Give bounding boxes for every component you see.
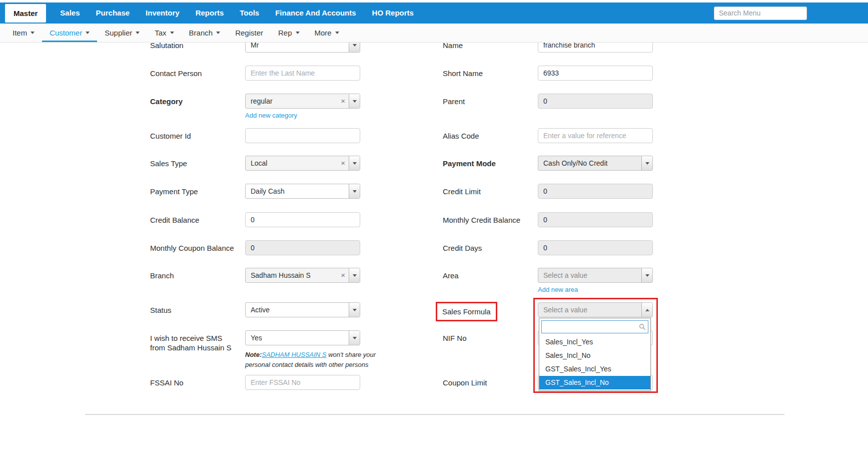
branch-name-emphasis: SADHAM HUSSAIN S bbox=[262, 351, 326, 358]
search-menu-input[interactable] bbox=[714, 7, 807, 20]
dropdown-toggle-button[interactable] bbox=[349, 303, 360, 317]
add-new-category-link[interactable]: Add new category bbox=[245, 112, 297, 119]
sub-nav-item-branch[interactable]: Branch bbox=[182, 24, 228, 42]
dropdown-toggle-button[interactable] bbox=[641, 156, 652, 170]
sales-formula-select[interactable]: Select a value bbox=[538, 302, 653, 317]
coupon-limit-label: Coupon Limit bbox=[443, 378, 487, 387]
field-control-cell bbox=[245, 65, 360, 81]
sales-formula-select-value: Select a value bbox=[538, 306, 641, 314]
section-divider bbox=[85, 414, 784, 415]
sub-nav-item-label: Supplier bbox=[105, 29, 132, 37]
clear-selection-icon[interactable]: × bbox=[337, 156, 349, 170]
top-nav-item-purchase[interactable]: Purchase bbox=[88, 3, 138, 24]
top-nav-item-sales[interactable]: Sales bbox=[52, 3, 88, 24]
sales-type-label: Sales Type bbox=[150, 159, 187, 168]
payment-type-select[interactable]: Daily Cash bbox=[245, 184, 360, 199]
search-icon bbox=[639, 323, 646, 330]
sub-nav-item-supplier[interactable]: Supplier bbox=[97, 24, 147, 42]
field-label-cell: Sales Type bbox=[150, 155, 245, 168]
alias-code-input[interactable] bbox=[538, 128, 653, 143]
field-label-cell: Category bbox=[150, 93, 245, 106]
status-select[interactable]: Active bbox=[245, 302, 360, 317]
top-nav-item-tools[interactable]: Tools bbox=[232, 3, 267, 24]
sales-type-select[interactable]: Local× bbox=[245, 156, 360, 171]
dropdown-option-sales-incl-no[interactable]: Sales_Incl_No bbox=[539, 349, 650, 362]
caret-down-icon bbox=[645, 162, 649, 165]
branch-label: Branch bbox=[150, 271, 174, 280]
sub-nav-item-label: Branch bbox=[189, 29, 213, 37]
top-nav-item-master[interactable]: Master bbox=[5, 4, 46, 23]
dropdown-toggle-button[interactable] bbox=[349, 184, 360, 198]
field-label-cell: Status bbox=[150, 301, 245, 315]
sub-nav-item-item[interactable]: Item bbox=[5, 24, 42, 42]
contact-person-label: Contact Person bbox=[150, 69, 202, 78]
field-label-cell: Parent bbox=[443, 93, 538, 106]
field-control-cell bbox=[245, 374, 360, 390]
dropdown-toggle-button[interactable] bbox=[349, 331, 360, 345]
credit-days-label: Credit Days bbox=[443, 244, 482, 252]
field-control-cell: Active bbox=[245, 301, 360, 317]
payment-mode-label: Payment Mode bbox=[443, 159, 496, 168]
dropdown-toggle-button[interactable] bbox=[349, 94, 360, 108]
sub-nav-item-rep[interactable]: Rep bbox=[271, 24, 307, 42]
dropdown-toggle-button[interactable] bbox=[641, 303, 652, 317]
alias-code-label: Alias Code bbox=[443, 132, 479, 140]
sub-nav-item-label: Tax bbox=[155, 29, 166, 37]
chevron-down-icon bbox=[86, 32, 90, 34]
dropdown-search-input[interactable] bbox=[541, 320, 648, 333]
dropdown-option-gst-sales-incl-no[interactable]: GST_Sales_Incl_No bbox=[539, 376, 650, 389]
form-row: StatusActiveSales FormulaSelect a valueS… bbox=[150, 301, 655, 329]
chevron-down-icon bbox=[296, 32, 300, 34]
short-name-label: Short Name bbox=[443, 69, 483, 78]
add-new-area-link[interactable]: Add new area bbox=[538, 286, 578, 293]
field-control-cell: Cash Only/No Credit bbox=[538, 155, 653, 171]
dropdown-toggle-button[interactable] bbox=[641, 268, 652, 282]
sub-nav-item-customer[interactable]: Customer bbox=[42, 24, 97, 42]
field-control-cell: Daily Cash bbox=[245, 183, 360, 199]
customer-id-input[interactable] bbox=[245, 128, 360, 143]
top-nav-item-finance-and-accounts[interactable]: Finance And Accounts bbox=[267, 3, 364, 24]
sub-nav-item-label: Register bbox=[235, 29, 263, 37]
credit-balance-input[interactable] bbox=[245, 212, 360, 227]
top-nav-item-ho-reports[interactable]: HO Reports bbox=[364, 3, 422, 24]
credit-balance-label: Credit Balance bbox=[150, 216, 199, 224]
contact-person-input[interactable] bbox=[245, 66, 360, 81]
status-label: Status bbox=[150, 306, 172, 314]
dropdown-option-gst-sales-incl-yes[interactable]: GST_Sales_Incl_Yes bbox=[539, 362, 650, 376]
top-nav-item-inventory[interactable]: Inventory bbox=[138, 3, 188, 24]
caret-down-icon bbox=[353, 309, 357, 311]
clear-selection-icon[interactable]: × bbox=[337, 268, 349, 282]
dropdown-toggle-button[interactable] bbox=[349, 268, 360, 282]
dropdown-toggle-button[interactable] bbox=[349, 156, 360, 170]
short-name-input[interactable] bbox=[538, 66, 653, 81]
fssai-no-input[interactable] bbox=[245, 375, 360, 390]
field-label-cell: Credit Limit bbox=[443, 183, 538, 196]
i-wish-to-receive-sms-from-sadham-hussain-s-select[interactable]: Yes bbox=[245, 330, 360, 345]
sub-nav-item-label: Item bbox=[13, 29, 27, 37]
field-control-cell bbox=[538, 239, 653, 255]
field-control-cell: regular×Add new category bbox=[245, 93, 360, 120]
dropdown-option-sales-incl-yes[interactable]: Sales_Incl_Yes bbox=[539, 335, 650, 349]
caret-down-icon bbox=[353, 162, 357, 165]
branch-select-value: Sadham Hussain S bbox=[246, 271, 337, 279]
field-control-cell: Select a valueSales_Incl_YesSales_Incl_N… bbox=[538, 301, 653, 317]
caret-down-icon bbox=[645, 274, 649, 277]
category-label: Category bbox=[150, 97, 183, 106]
sub-nav-item-register[interactable]: Register bbox=[228, 24, 271, 42]
top-nav: MasterSalesPurchaseInventoryReportsTools… bbox=[0, 3, 868, 24]
branch-select[interactable]: Sadham Hussain S× bbox=[245, 268, 360, 283]
i-wish-to-receive-sms-from-sadham-hussain-s-select-value: Yes bbox=[246, 334, 349, 342]
payment-mode-select[interactable]: Cash Only/No Credit bbox=[538, 156, 653, 171]
payment-type-label: Payment Type bbox=[150, 187, 198, 196]
clear-selection-icon[interactable]: × bbox=[337, 94, 349, 108]
i-wish-to-receive-sms-from-sadham-hussain-s-label: I wish to receive SMS from Sadham Hussai… bbox=[150, 334, 232, 352]
sub-nav-item-tax[interactable]: Tax bbox=[147, 24, 181, 42]
area-select[interactable]: Select a value bbox=[538, 268, 653, 283]
sub-nav-item-more[interactable]: More bbox=[307, 24, 347, 42]
field-label-cell: Credit Days bbox=[443, 239, 538, 253]
top-nav-item-reports[interactable]: Reports bbox=[188, 3, 232, 24]
field-label-cell: Monthly Coupon Balance bbox=[150, 239, 245, 253]
field-label-cell: Coupon Limit bbox=[443, 374, 538, 387]
field-label-cell: Area bbox=[443, 267, 538, 280]
category-select[interactable]: regular× bbox=[245, 94, 360, 109]
